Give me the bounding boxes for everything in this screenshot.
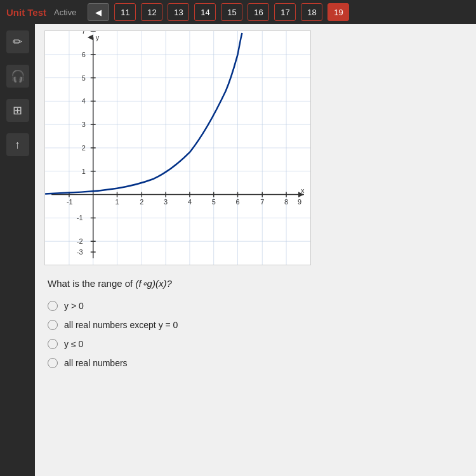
svg-text:y: y [96,34,100,41]
graph-container: .grid { stroke: #b0c4de; stroke-width: 0… [44,30,311,265]
question-expression: (f∘g)(x)? [135,278,171,289]
answer-option-a1[interactable]: y > 0 [48,301,463,311]
svg-text:-1: -1 [67,199,73,206]
arrow-up-icon[interactable]: ↑ [6,133,29,156]
question-btn-18[interactable]: 18 [301,3,322,21]
nav-back-button[interactable]: ◀ [88,3,109,21]
svg-text:9: 9 [298,199,301,206]
headphones-icon[interactable]: 🎧 [6,65,29,88]
svg-text:8: 8 [284,199,288,206]
answer-label-a4: all real numbers [64,358,128,368]
radio-a1[interactable] [48,301,58,311]
svg-text:1: 1 [116,199,119,206]
answer-option-a3[interactable]: y ≤ 0 [48,339,463,349]
question-btn-11[interactable]: 11 [114,3,136,21]
answer-label-a2: all real numbers except y = 0 [64,320,178,330]
svg-text:6: 6 [82,51,86,58]
svg-text:5: 5 [212,199,216,206]
question-btn-14[interactable]: 14 [194,3,216,21]
svg-text:3: 3 [164,199,168,206]
svg-text:2: 2 [140,199,143,206]
unit-test-title: Unit Test [6,7,46,18]
svg-text:5: 5 [82,74,86,82]
radio-a4[interactable] [48,358,58,368]
svg-text:1: 1 [82,168,86,175]
eraser-icon[interactable]: ✏ [6,30,29,53]
question-prefix: What is the range of [48,278,135,289]
question-btn-12[interactable]: 12 [141,3,162,21]
question-btn-16[interactable]: 16 [248,3,269,21]
question-text: What is the range of (f∘g)(x)? [48,278,463,289]
answer-option-a2[interactable]: all real numbers except y = 0 [48,320,463,330]
question-btn-19[interactable]: 19 [327,3,349,21]
svg-text:-2: -2 [77,237,83,245]
svg-text:3: 3 [82,121,86,128]
svg-text:4: 4 [82,97,86,105]
answer-option-a4[interactable]: all real numbers [48,358,463,368]
question-btn-17[interactable]: 17 [274,3,296,21]
status-badge: Active [54,8,76,17]
radio-a2[interactable] [48,320,58,330]
svg-text:7: 7 [260,199,264,206]
svg-text:4: 4 [188,199,192,206]
svg-text:-3: -3 [77,248,83,256]
svg-text:6: 6 [236,199,240,206]
answer-label-a1: y > 0 [64,301,84,311]
radio-a3[interactable] [48,339,58,349]
svg-text:7: 7 [82,31,86,35]
svg-text:x: x [301,187,305,194]
answer-label-a3: y ≤ 0 [64,339,83,349]
question-btn-13[interactable]: 13 [168,3,189,21]
svg-text:2: 2 [82,144,86,152]
question-btn-15[interactable]: 15 [221,3,242,21]
main-content: .grid { stroke: #b0c4de; stroke-width: 0… [35,24,476,476]
top-bar: Unit Test Active ◀ 11 12 13 14 15 16 17 … [0,0,476,24]
calculator-icon[interactable]: ⊞ [6,99,29,122]
question-area: What is the range of (f∘g)(x)? y > 0 all… [35,272,476,383]
graph-svg: .grid { stroke: #b0c4de; stroke-width: 0… [45,31,310,265]
left-sidebar: ✏ 🎧 ⊞ ↑ [0,24,35,476]
svg-text:-1: -1 [77,214,83,221]
